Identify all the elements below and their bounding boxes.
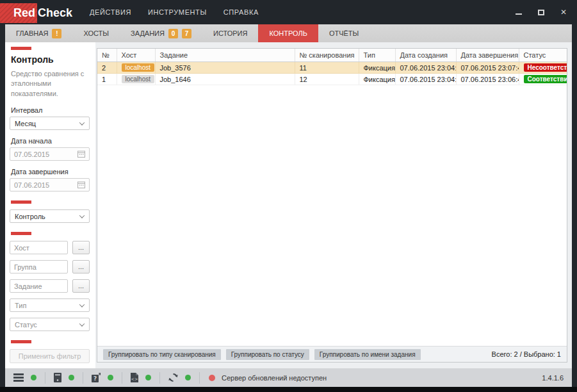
green-status-dot [69,375,74,380]
tab-hosts-label: ХОСТЫ [83,29,109,37]
table-empty-space [97,85,567,346]
green-status-dot [185,375,191,380]
tab-main-alert-badge: ! [52,29,61,38]
column-header-num[interactable]: № [97,49,117,62]
tab-hosts[interactable]: ХОСТЫ [72,24,120,42]
apply-filter-button[interactable]: Применить фильтр [10,349,90,363]
cell-num: 1 [97,74,117,85]
host-browse-button[interactable]: ... [72,241,90,254]
accent-bar [11,200,31,204]
accent-bar [11,47,31,50]
interval-label: Интервал [11,106,90,114]
tab-jobs-label: ЗАДАНИЯ [131,29,165,37]
green-status-dot [145,375,151,380]
service-indicator-database[interactable]: ? [83,372,122,384]
chevron-down-icon [79,213,85,218]
group-by-job-name-button[interactable]: Группировать по имени задания [314,349,421,360]
date-end-field[interactable] [10,178,90,192]
cell-finished: 07.06.2015 23:06:41 [456,74,519,85]
job-filter-row: ... [10,279,90,293]
cell-scan: 12 [295,74,359,85]
table-footer: Группировать по типу сканирования Группи… [97,346,567,362]
calendar-icon[interactable] [77,151,85,158]
cell-type: Фиксация [359,62,395,74]
minimize-button[interactable] [514,8,523,17]
date-start-input[interactable] [14,151,65,158]
service-indicator-sync[interactable] [160,372,200,384]
maximize-icon [538,10,544,15]
tab-main-label: ГЛАВНАЯ [16,29,48,37]
date-start-field[interactable] [10,147,90,161]
group-filter-input[interactable] [10,260,68,274]
tab-history[interactable]: ИСТОРИЯ [202,24,258,42]
maximize-button[interactable] [537,8,546,17]
date-end-input[interactable] [14,181,65,189]
job-filter-input[interactable] [10,279,68,293]
tab-reports-label: ОТЧЁТЫ [329,29,359,37]
results-panel: № Хост Задание № сканирования Тип Дата с… [97,48,567,363]
cell-created: 07.06.2015 23:04:19 [395,62,456,74]
group-by-status-button[interactable]: Группировать по статусу [226,349,309,360]
status-message: Сервер обновлений недоступен [222,374,327,382]
table-row[interactable]: 2 localhost Job_3576 11 Фиксация 07.06.2… [97,62,567,74]
server-icon [54,373,61,382]
column-header-finished[interactable]: Дата завершения [456,49,519,62]
filter-sidebar: Контроль Средство сравнения с эталонными… [5,42,95,368]
logo-check-part: Check [37,6,72,20]
service-indicator-server[interactable] [45,372,83,384]
tab-jobs-badge-2: 7 [182,29,191,38]
column-header-created[interactable]: Дата создания [395,49,456,62]
main-area: Контроль Средство сравнения с эталонными… [5,42,572,368]
green-status-dot [31,375,37,380]
sync-icon [168,373,178,382]
status-badge: Несоответствие [524,63,567,72]
menu-help[interactable]: СПРАВКА [223,8,259,16]
service-indicator-scans[interactable] [5,372,45,384]
menu-tools[interactable]: ИНСТРУМЕНТЫ [148,8,207,16]
column-header-type[interactable]: Тип [359,49,395,62]
tab-reports[interactable]: ОТЧЁТЫ [318,24,370,42]
cell-num: 2 [97,62,117,74]
column-header-host[interactable]: Хост [117,49,155,62]
host-filter-input[interactable] [10,241,68,254]
table-row[interactable]: 1 localhost Job_1646 12 Фиксация 07.06.2… [97,74,567,85]
svg-text:?: ? [93,375,97,382]
group-by-scan-type-button[interactable]: Группировать по типу сканирования [103,349,221,360]
service-indicator-config[interactable]: <> [122,372,160,384]
close-button[interactable]: ✕ [559,8,568,17]
interval-select[interactable]: Месяц [10,117,90,130]
mode-value: Контроль [15,213,45,220]
date-end-label: Дата завершения [11,168,90,176]
svg-text:<>: <> [131,377,138,382]
content-area: № Хост Задание № сканирования Тип Дата с… [95,42,572,368]
group-browse-button[interactable]: ... [72,260,90,274]
job-browse-button[interactable]: ... [72,279,90,293]
status-value: Статус [15,321,37,329]
tab-jobs-badge-1: 0 [168,29,178,38]
app-window: Red Check ДЕЙСТВИЯ ИНСТРУМЕНТЫ СПРАВКА ✕… [0,0,577,392]
accent-bar [11,340,31,343]
tab-main[interactable]: ГЛАВНАЯ ! [5,24,72,42]
table-header-row: № Хост Задание № сканирования Тип Дата с… [97,49,567,62]
menu-actions[interactable]: ДЕЙСТВИЯ [90,8,131,16]
window-bottom-edge [0,387,577,392]
column-header-status[interactable]: Статус [519,49,567,62]
tab-bar: ГЛАВНАЯ ! ХОСТЫ ЗАДАНИЯ 0 7 ИСТОРИЯ КОНТ… [5,24,572,42]
type-select[interactable]: Тип [10,298,90,312]
cell-status: Соответствие [519,74,567,85]
tab-control[interactable]: КОНТРОЛЬ [258,24,318,42]
column-header-job[interactable]: Задание [155,49,295,62]
chevron-down-icon [79,120,85,125]
tab-jobs[interactable]: ЗАДАНИЯ 0 7 [120,24,202,42]
logo-red-part: Red [0,3,37,23]
mode-select[interactable]: Контроль [10,209,90,223]
cell-job: Job_3576 [155,62,295,74]
column-header-scan[interactable]: № сканирования [295,49,359,62]
status-select[interactable]: Статус [10,318,90,331]
calendar-icon[interactable] [77,181,85,188]
results-table: № Хост Задание № сканирования Тип Дата с… [97,49,567,85]
status-bar: ? <> Сервер обновлений недоступен 1.4.1.… [5,368,572,387]
status-badge: Соответствие [524,75,567,83]
host-badge: localhost [122,63,154,72]
app-version: 1.4.1.6 [542,374,572,382]
